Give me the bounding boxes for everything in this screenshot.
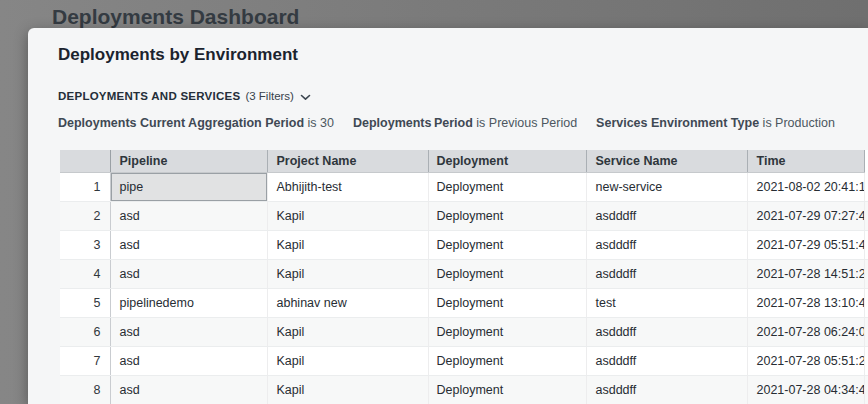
table-cell[interactable]: Deployment bbox=[428, 231, 586, 260]
filter-count-label: (3 Filters) bbox=[245, 90, 294, 102]
table-cell[interactable]: Deployment bbox=[428, 173, 586, 202]
filter-section-label: DEPLOYMENTS AND SERVICES bbox=[58, 90, 240, 102]
table-cell[interactable]: asdddff bbox=[586, 202, 747, 231]
table-cell[interactable]: Deployment bbox=[428, 376, 586, 404]
selected-cell[interactable]: pipe bbox=[110, 173, 267, 202]
table-cell[interactable]: asdddff bbox=[586, 231, 747, 260]
table-cell[interactable]: 2021-07-29 05:51:45 bbox=[747, 231, 864, 260]
table-cell[interactable]: 2021-07-28 06:24:00 bbox=[747, 318, 864, 347]
row-number-cell: 1 bbox=[60, 173, 110, 202]
table-cell[interactable]: Kapil bbox=[267, 231, 428, 260]
filter-section-toggle[interactable]: DEPLOYMENTS AND SERVICES (3 Filters) bbox=[58, 89, 311, 103]
table-cell[interactable]: asd bbox=[110, 260, 267, 289]
column-header-project-name[interactable]: Project Name bbox=[267, 150, 428, 173]
row-right-gutter bbox=[864, 318, 868, 347]
table-cell[interactable]: 2021-07-28 14:51:23 bbox=[747, 260, 864, 289]
table-cell[interactable]: asd bbox=[110, 318, 267, 347]
row-right-gutter bbox=[864, 260, 868, 289]
row-right-gutter bbox=[864, 202, 868, 231]
table-header-row: PipelineProject NameDeploymentService Na… bbox=[60, 150, 868, 173]
table-scroll-area[interactable]: PipelineProject NameDeploymentService Na… bbox=[60, 150, 868, 404]
dashboard-page-title: Deployments Dashboard bbox=[52, 5, 299, 29]
table-row: 7asdKapilDeploymentasdddff2021-07-28 05:… bbox=[60, 347, 868, 376]
row-number-cell: 6 bbox=[60, 318, 110, 347]
row-number-cell: 8 bbox=[60, 376, 110, 404]
table-cell[interactable]: Deployment bbox=[428, 289, 586, 318]
table-cell[interactable]: Deployment bbox=[428, 202, 586, 231]
column-header-pipeline[interactable]: Pipeline bbox=[110, 150, 267, 173]
filter-item: Deployments Current Aggregation Period i… bbox=[58, 116, 334, 130]
table-cell[interactable]: asd bbox=[110, 347, 267, 376]
table-row: 6asdKapilDeploymentasdddff2021-07-28 06:… bbox=[60, 318, 868, 347]
row-right-gutter bbox=[864, 289, 868, 318]
table-cell[interactable]: Kapil bbox=[267, 260, 428, 289]
table-cell[interactable]: Abhijith-test bbox=[267, 173, 428, 202]
row-number-cell: 2 bbox=[60, 202, 110, 231]
table-row: 3asdKapilDeploymentasdddff2021-07-29 05:… bbox=[60, 231, 868, 260]
table-cell[interactable]: asdddff bbox=[586, 260, 747, 289]
table-cell[interactable]: Kapil bbox=[267, 376, 428, 404]
table-right-gutter bbox=[864, 150, 868, 173]
table-body: 1pipeAbhijith-testDeploymentnew-service2… bbox=[60, 173, 868, 404]
row-right-gutter bbox=[864, 376, 868, 404]
table-cell[interactable]: 2021-07-28 05:51:28 bbox=[747, 347, 864, 376]
filter-item: Services Environment Type is Production bbox=[596, 116, 835, 130]
panel-title: Deployments by Environment bbox=[58, 45, 298, 65]
table-cell[interactable]: Kapil bbox=[267, 318, 428, 347]
table-cell[interactable]: Deployment bbox=[428, 260, 586, 289]
deployments-dashboard-screen: { "backdrop": { "page_title": "Deploymen… bbox=[0, 0, 868, 404]
table-cell[interactable]: 2021-07-29 07:27:44 bbox=[747, 202, 864, 231]
table-row: 5pipelinedemoabhinav newDeploymenttest20… bbox=[60, 289, 868, 318]
row-number-header bbox=[60, 150, 110, 173]
table-cell[interactable]: asdddff bbox=[586, 376, 747, 404]
row-number-cell: 3 bbox=[60, 231, 110, 260]
table-row: 2asdKapilDeploymentasdddff2021-07-29 07:… bbox=[60, 202, 868, 231]
table-cell[interactable]: 2021-07-28 04:34:45 bbox=[747, 376, 864, 404]
chevron-down-icon bbox=[300, 91, 311, 103]
table-row: 4asdKapilDeploymentasdddff2021-07-28 14:… bbox=[60, 260, 868, 289]
column-header-time[interactable]: Time bbox=[747, 150, 864, 173]
drilldown-panel: Deployments by Environment DEPLOYMENTS A… bbox=[28, 28, 868, 404]
table-cell[interactable]: asdddff bbox=[586, 318, 747, 347]
table-cell[interactable]: Deployment bbox=[428, 347, 586, 376]
row-number-cell: 5 bbox=[60, 289, 110, 318]
table-cell[interactable]: Kapil bbox=[267, 347, 428, 376]
row-number-cell: 4 bbox=[60, 260, 110, 289]
column-header-deployment[interactable]: Deployment bbox=[428, 150, 586, 173]
table-cell[interactable]: asd bbox=[110, 202, 267, 231]
column-header-service-name[interactable]: Service Name bbox=[586, 150, 747, 173]
table-cell[interactable]: Kapil bbox=[267, 202, 428, 231]
table-cell[interactable]: pipelinedemo bbox=[110, 289, 267, 318]
table-cell[interactable]: asdddff bbox=[586, 347, 747, 376]
table-cell[interactable]: 2021-08-02 20:41:18 bbox=[747, 173, 864, 202]
filter-item: Deployments Period is Previous Period bbox=[353, 116, 577, 130]
row-right-gutter bbox=[864, 173, 868, 202]
table-cell[interactable]: Deployment bbox=[428, 318, 586, 347]
table-row: 1pipeAbhijith-testDeploymentnew-service2… bbox=[60, 173, 868, 202]
table-cell[interactable]: new-service bbox=[586, 173, 747, 202]
table-row: 8asdKapilDeploymentasdddff2021-07-28 04:… bbox=[60, 376, 868, 404]
table-cell[interactable]: abhinav new bbox=[267, 289, 428, 318]
deployments-table: PipelineProject NameDeploymentService Na… bbox=[60, 150, 868, 404]
table-cell[interactable]: asd bbox=[110, 231, 267, 260]
row-number-cell: 7 bbox=[60, 347, 110, 376]
row-right-gutter bbox=[864, 347, 868, 376]
row-right-gutter bbox=[864, 231, 868, 260]
table-cell[interactable]: 2021-07-28 13:10:46 bbox=[747, 289, 864, 318]
table-cell[interactable]: asd bbox=[110, 376, 267, 404]
table-cell[interactable]: test bbox=[586, 289, 747, 318]
active-filters-row: Deployments Current Aggregation Period i… bbox=[58, 116, 835, 130]
